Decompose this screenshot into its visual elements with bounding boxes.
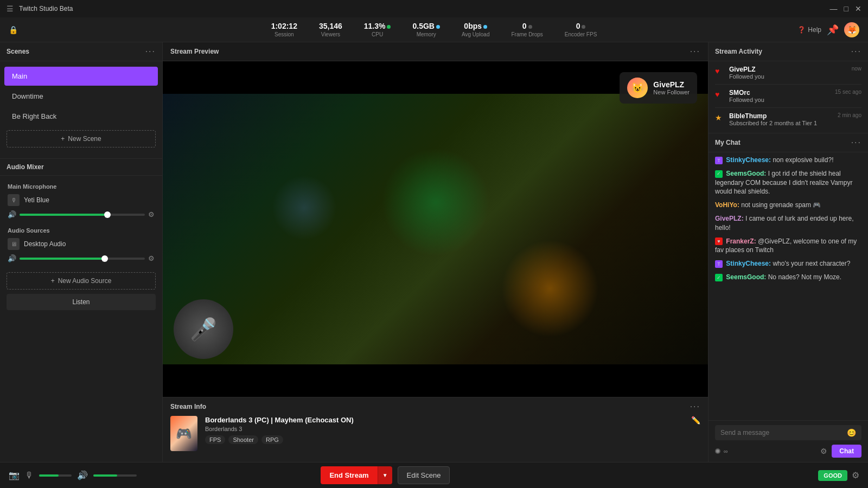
add-scene-button[interactable]: + New Scene (7, 130, 156, 147)
chat-input-field[interactable] (720, 429, 847, 436)
scene-item-be-right-back[interactable]: Be Right Back (4, 107, 158, 126)
stat-cpu-label: CPU (372, 31, 383, 38)
bottom-vol-slider[interactable] (93, 474, 137, 477)
stats-bar: 🔒 1:02:12 Session 35,146 Viewers 11.3% C… (0, 17, 868, 42)
activity-smorc-time: 15 sec ago (835, 89, 861, 95)
stream-info-controls: ··· (690, 402, 700, 412)
listen-button[interactable]: Listen (7, 294, 156, 310)
global-settings-button[interactable]: ⚙ (852, 470, 859, 480)
center-panel: Stream Preview ··· 😺 Giv (163, 42, 708, 462)
desktop-audio-icon: 🖥 (8, 238, 20, 250)
chat-text-1: non explosive build?! (773, 156, 833, 164)
stat-upload-label: Avg Upload (462, 31, 490, 38)
stream-info-menu-button[interactable]: ··· (690, 402, 700, 412)
close-button[interactable]: ✕ (855, 4, 861, 13)
activity-item-biblethump: ★ BibleThump Subscribed for 2 months at … (709, 108, 868, 131)
chat-user-giveplz: GivePLZ: (715, 215, 745, 222)
audio-mixer-section: Main Microphone 🎙 Yeti Blue 🔊 ⚙ Audio So… (0, 176, 162, 462)
bottom-mic-slider[interactable] (39, 474, 72, 477)
preview-menu-button[interactable]: ··· (690, 47, 700, 56)
mic-toggle-button[interactable]: 🎙 (25, 471, 34, 480)
follower-name: GivePLZ (653, 80, 690, 89)
desktop-audio-controls: 🔊 ⚙ (0, 252, 162, 268)
stat-session-label: Session (275, 31, 294, 38)
edit-scene-button[interactable]: Edit Scene (398, 466, 450, 484)
tag-shooter: Shooter (228, 435, 258, 444)
stream-activity-section: Stream Activity ··· ♥ GivePLZ Followed y… (709, 42, 868, 133)
stat-memory-label: Memory (417, 31, 436, 38)
menu-icon[interactable]: ☰ (7, 4, 14, 13)
heart-icon-smorc: ♥ (715, 90, 724, 99)
chat-emoji-button[interactable]: 😊 (847, 428, 856, 437)
stream-info-edit-button[interactable]: ✏️ (691, 416, 700, 425)
stat-session-value: 1:02:12 (271, 21, 297, 31)
preview-title: Stream Preview (170, 48, 219, 55)
stat-session: 1:02:12 Session (271, 21, 297, 38)
cpu-dot (387, 25, 391, 29)
app-title: Twitch Studio Beta (19, 5, 73, 12)
listen-label: Listen (72, 298, 90, 306)
scenes-menu-button[interactable]: ··· (145, 47, 156, 56)
follower-notification: 😺 GivePLZ New Follower (620, 72, 697, 104)
end-stream-group: End Stream ▼ (321, 466, 392, 484)
desktop-audio-slider[interactable] (20, 258, 145, 260)
activity-biblethump-content: BibleThump Subscribed for 2 months at Ti… (729, 112, 832, 126)
activity-biblethump-time: 2 min ago (838, 112, 861, 118)
stat-encoder-fps: 0 Encoder FPS (565, 21, 597, 38)
desktop-audio-mute-button[interactable]: 🔊 (8, 254, 16, 262)
chat-text-7: No nades? Not my Moze. (768, 273, 841, 281)
minimize-button[interactable]: — (830, 4, 838, 13)
audio-mixer-title: Audio Mixer (7, 163, 44, 171)
end-stream-dropdown-button[interactable]: ▼ (378, 466, 392, 484)
chat-user-vohiyo: VoHiYo: (715, 201, 741, 209)
main-layout: Scenes ··· Main Downtime Be Right Back +… (0, 42, 868, 462)
pin-icon[interactable]: 📌 (827, 24, 839, 36)
chat-menu-button[interactable]: ··· (851, 138, 861, 147)
mic-controls: 🔊 ⚙ (0, 208, 162, 224)
mic-slider-thumb (104, 211, 111, 218)
chat-settings-button[interactable]: ⚙ (820, 447, 827, 455)
add-scene-plus-icon: + (61, 135, 65, 143)
bottom-center-controls: End Stream ▼ Edit Scene (321, 466, 450, 484)
left-panel: Scenes ··· Main Downtime Be Right Back +… (0, 42, 163, 462)
chat-title: My Chat (715, 139, 741, 146)
stat-cpu: 11.3% CPU (364, 21, 391, 38)
follower-info: GivePLZ New Follower (653, 80, 690, 95)
scene-item-main[interactable]: Main (4, 67, 158, 86)
stream-info-title: Stream Info (170, 403, 206, 410)
camera-button[interactable]: 📷 (9, 470, 20, 480)
user-avatar[interactable]: 🦊 (844, 22, 859, 37)
activity-smorc-desc: Followed you (729, 97, 829, 103)
volume-button[interactable]: 🔊 (77, 470, 88, 480)
window-controls: — □ ✕ (830, 4, 861, 13)
chat-message-4: GivePLZ: I came out of lurk and ended up… (715, 214, 861, 233)
chat-message-1: T StinkyCheese: non explosive build?! (715, 156, 861, 165)
chat-input-row[interactable]: 😊 (715, 425, 861, 440)
scene-item-downtime[interactable]: Downtime (4, 87, 158, 106)
chat-send-area: ⚙ Chat (820, 445, 861, 458)
desktop-slider-thumb (101, 255, 108, 262)
scenes-list: Main Downtime Be Right Back + New Scene (0, 61, 162, 156)
chat-status: ∞ (715, 448, 728, 454)
help-button[interactable]: ❓ Help (797, 26, 821, 34)
end-stream-button[interactable]: End Stream (321, 466, 377, 484)
lock-icon: 🔒 (9, 25, 18, 34)
stat-upload-value: 0bps (464, 21, 487, 31)
stat-viewers-value: 35,146 (319, 21, 342, 31)
chat-status-dot (715, 448, 720, 454)
stats-right-area: ❓ Help 📌 🦊 (797, 22, 859, 37)
add-audio-source-button[interactable]: + New Audio Source (7, 272, 156, 290)
memory-dot (436, 25, 440, 29)
desktop-audio-settings-button[interactable]: ⚙ (148, 254, 155, 262)
stream-game-name: Borderlands 3 (205, 426, 684, 432)
mic-slider[interactable] (20, 214, 145, 216)
mic-settings-button[interactable]: ⚙ (148, 210, 155, 219)
stream-activity-menu-button[interactable]: ··· (851, 47, 861, 56)
mic-mute-button[interactable]: 🔊 (8, 210, 16, 219)
activity-smorc-content: SMOrc Followed you (729, 89, 829, 103)
stat-upload: 0bps Avg Upload (462, 21, 490, 38)
tag-rpg: RPG (261, 435, 283, 444)
maximize-button[interactable]: □ (844, 4, 848, 13)
chat-send-button[interactable]: Chat (832, 445, 861, 458)
chat-status-text: ∞ (724, 448, 728, 454)
